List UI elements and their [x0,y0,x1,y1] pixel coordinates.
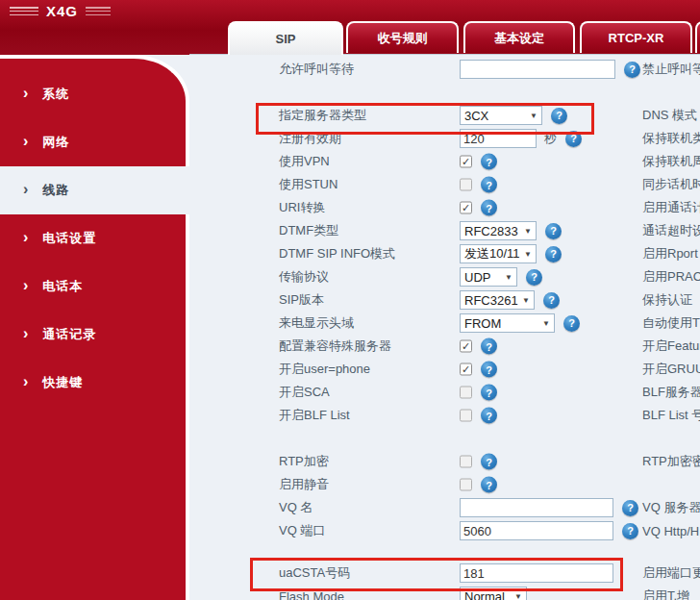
field-input[interactable] [460,60,615,79]
form-row: 开启SCA?BLF服务器 [221,381,700,404]
field-checkbox[interactable] [460,410,472,422]
field-label: uaCSTA号码 [279,564,350,582]
right-column-label: DNS 模式 [642,107,697,124]
field-input[interactable] [460,521,613,540]
form-row: 使用STUN?同步话机时 [221,173,700,196]
sidebar-item-3[interactable]: ›电话设置 [0,214,186,262]
field-control: ? [460,477,497,493]
help-icon[interactable]: ? [622,500,638,516]
tab-基本设定[interactable]: 基本设定 [463,21,575,53]
field-label: 注册有效期 [279,130,341,147]
chevron-right-icon: › [23,278,28,293]
form-row: 指定服务器类型3CX▼?DNS 模式 [221,104,700,127]
field-checkbox[interactable] [460,456,472,468]
help-icon[interactable]: ? [481,477,497,493]
field-control: ? [460,454,497,470]
dropdown-caret-icon: ▼ [530,112,538,120]
field-select[interactable]: FROM▼ [460,313,555,333]
field-select[interactable]: RFC3261▼ [460,290,535,310]
field-checkbox[interactable]: ✓ [460,156,472,168]
form-row: VQ 名?VQ 服务器 [221,496,700,519]
dropdown-caret-icon: ▼ [524,227,532,236]
field-select[interactable]: UDP▼ [460,267,517,287]
field-label: 开启SCA [279,384,330,401]
field-label: DTMF SIP INFO模式 [279,245,395,262]
right-column-label: 启用端口更 [642,564,700,582]
chevron-right-icon: › [23,230,28,245]
form-row: 使用VPN✓?保持联机周 [221,150,700,173]
help-icon[interactable]: ? [481,408,497,424]
help-icon[interactable]: ? [481,200,497,216]
sidebar-item-label: 电话本 [42,278,83,295]
sidebar-item-label: 系统 [42,86,69,103]
help-icon[interactable]: ? [481,177,497,193]
help-icon[interactable]: ? [565,131,582,147]
help-icon[interactable]: ? [481,154,497,170]
field-control: ? [460,177,497,193]
field-select[interactable]: RFC2833▼ [460,221,537,240]
form-row: VQ 端口?VQ Http/H [221,519,700,542]
help-icon[interactable]: ? [481,454,497,470]
field-checkbox[interactable] [460,479,472,491]
dropdown-caret-icon: ▼ [524,250,532,259]
chevron-right-icon: › [23,134,28,149]
sidebar-item-2[interactable]: ›线路 [0,166,189,214]
tab-收号规则[interactable]: 收号规则 [346,21,459,53]
field-input[interactable] [460,129,537,148]
help-icon[interactable]: ? [481,362,497,378]
field-control: FROM▼? [460,313,580,333]
sidebar-item-label: 线路 [42,182,69,199]
sidebar-item-1[interactable]: ›网络 [0,118,186,166]
row-spacer [221,81,700,104]
help-icon[interactable]: ? [481,385,497,401]
field-control: ? [460,521,638,540]
right-column-label: VQ Http/H [642,524,699,538]
help-icon[interactable]: ? [543,292,560,309]
field-checkbox[interactable]: ✓ [460,340,472,353]
field-select[interactable]: 3CX▼ [460,106,542,125]
field-input[interactable] [460,563,613,583]
sidebar-item-0[interactable]: ›系统 [0,70,186,118]
form-row: DTMF SIP INFO模式发送10/11▼?启用Rport [221,242,700,265]
sidebar-item-5[interactable]: ›通话记录 [0,311,186,359]
sidebar-item-4[interactable]: ›电话本 [0,262,186,311]
help-icon[interactable]: ? [481,338,497,355]
chevron-right-icon: › [23,326,28,341]
help-icon[interactable]: ? [624,62,640,78]
right-column-label: 同步话机时 [642,176,700,193]
tab-SIP[interactable]: SIP [228,21,343,55]
page: X4G SIP收号规则基本设定RTCP-XR ›系统›网络›线路›电话设置›电话… [0,0,700,600]
help-icon[interactable]: ? [563,315,580,332]
field-control: RFC3261▼? [460,290,560,310]
row-spacer [221,542,700,562]
help-icon[interactable]: ? [545,246,562,262]
tab-RTCP-XR[interactable]: RTCP-XR [580,21,692,53]
help-icon[interactable]: ? [622,523,638,539]
right-column-label: BLF服务器 [642,384,700,401]
right-column-label: 禁止呼叫等 [642,61,700,78]
right-column-label: 通话超时设 [642,222,700,239]
settings-form: 允许呼叫等待?禁止呼叫等指定服务器类型3CX▼?DNS 模式注册有效期秒?保持联… [221,55,700,600]
field-control: 3CX▼? [460,106,567,125]
help-icon[interactable]: ? [551,108,567,124]
field-checkbox[interactable] [460,387,472,399]
right-column-label: RTP加密密 [642,453,700,470]
select-value: UDP [464,270,490,285]
select-value: 3CX [464,109,488,123]
field-checkbox[interactable]: ✓ [460,363,472,376]
help-icon[interactable]: ? [545,223,562,239]
field-input[interactable] [460,498,613,517]
field-label: 开启user=phone [279,361,370,378]
field-select[interactable]: 发送10/11▼ [460,244,537,263]
help-icon[interactable]: ? [526,269,542,286]
form-row: 注册有效期秒?保持联机类 [221,127,700,150]
field-select[interactable]: Normal▼ [460,587,527,600]
sidebar-item-6[interactable]: ›快捷键 [0,359,186,407]
logo: X4G [10,3,111,19]
tab-partial-4[interactable] [695,21,700,53]
field-checkbox[interactable]: ✓ [460,202,472,214]
form-row: URI转换✓?启用通话计 [221,196,700,219]
right-column-label: 开启GRUU [642,361,700,378]
field-checkbox[interactable] [460,179,472,191]
field-control: Normal▼ [460,587,527,600]
